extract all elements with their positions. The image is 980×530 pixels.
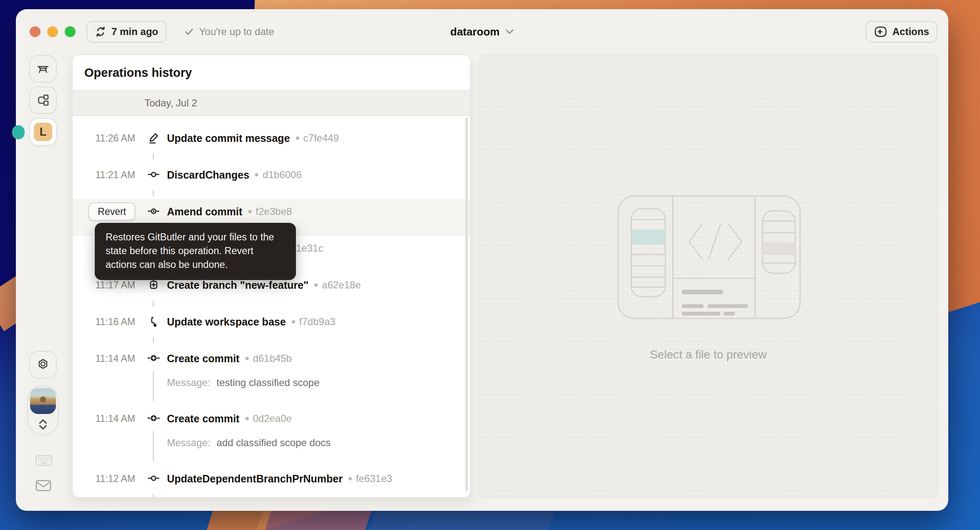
message-text: add classified scope docs xyxy=(217,437,331,448)
sidebar-item-workspace[interactable] xyxy=(29,55,57,83)
sparkle-actions-icon xyxy=(874,25,887,38)
create-commit-icon xyxy=(147,412,160,425)
up-to-date-status: You're up to date xyxy=(184,21,274,43)
operation-label: Create branch "new-feature" xyxy=(167,279,308,291)
update-workspace-icon xyxy=(147,315,160,328)
sync-status-button[interactable]: 7 min ago xyxy=(86,21,167,43)
operation-label: Create commit xyxy=(167,353,240,365)
bullet-separator xyxy=(245,357,249,360)
settings-button[interactable] xyxy=(29,351,57,379)
zoom-window-button[interactable] xyxy=(65,26,76,37)
chevron-updown-icon xyxy=(37,418,49,431)
operation-row[interactable]: 11:16 AM Update workspace base f7db9a3 xyxy=(73,309,470,346)
operation-label: Update commit message xyxy=(167,132,290,144)
message-text: testing classified scope xyxy=(217,377,320,388)
feedback-button[interactable] xyxy=(35,479,51,492)
keyboard-icon xyxy=(35,454,52,467)
gitbutler-window: 7 min ago You're up to date dataroom xyxy=(16,9,948,511)
timeline-connector xyxy=(73,491,470,498)
bullet-separator xyxy=(245,417,249,420)
operation-time: 11:12 AM xyxy=(73,473,135,485)
timeline-connector xyxy=(73,334,470,346)
gear-icon xyxy=(36,358,50,371)
timeline-connector xyxy=(73,187,470,199)
bullet-separator xyxy=(349,477,352,480)
timeline-connector xyxy=(153,371,154,401)
operation-label: Update workspace base xyxy=(167,316,286,328)
scrollbar[interactable] xyxy=(465,118,468,491)
sidebar-item-branches[interactable] xyxy=(29,86,57,114)
create-commit-icon xyxy=(147,352,160,365)
commit-message: Message: add classified scope docs xyxy=(73,431,470,466)
operation-hash: fe631e3 xyxy=(356,473,392,485)
operation-label: Amend commit xyxy=(167,206,242,218)
bullet-separator xyxy=(296,136,299,140)
operation-time: 11:16 AM xyxy=(73,316,135,328)
timeline-connector xyxy=(73,298,470,309)
panel-title: Operations history xyxy=(73,55,470,90)
sync-icon xyxy=(95,26,106,38)
commit-icon xyxy=(147,169,160,181)
operation-time: 11:26 AM xyxy=(73,133,135,144)
bullet-separator xyxy=(314,283,318,287)
status-text: You're up to date xyxy=(199,26,274,38)
operation-hash: d1b6006 xyxy=(263,169,301,181)
user-account-switcher[interactable] xyxy=(27,385,59,435)
preview-placeholder-illustration xyxy=(617,195,801,319)
operation-row[interactable]: 11:12 AM UpdateDependentBranchPrNumber f… xyxy=(73,466,470,498)
bullet-separator xyxy=(292,320,295,323)
project-switcher[interactable]: dataroom xyxy=(450,21,514,43)
operation-label: DiscardChanges xyxy=(167,169,249,181)
project-name: dataroom xyxy=(450,25,500,38)
amend-commit-icon xyxy=(147,205,160,218)
operations-history-panel: Operations history Today, Jul 2 11:26 AM… xyxy=(72,54,471,498)
operation-label: Create commit xyxy=(167,413,240,425)
branches-icon xyxy=(36,93,50,107)
preview-placeholder-text: Select a file to preview xyxy=(480,348,937,361)
operation-time: 11:14 AM xyxy=(73,353,135,364)
operation-hash: a62e18e xyxy=(322,279,361,291)
close-window-button[interactable] xyxy=(30,26,40,37)
bullet-separator xyxy=(248,210,252,213)
operation-hash: c7fe449 xyxy=(303,132,339,144)
commit-message: Message: testing classified scope xyxy=(73,371,470,406)
sync-time-label: 7 min ago xyxy=(111,26,158,38)
message-label: Message: xyxy=(167,437,210,448)
message-label: Message: xyxy=(167,377,210,388)
operation-time: 11:17 AM xyxy=(73,280,135,291)
timeline-connector xyxy=(73,151,470,162)
create-branch-icon xyxy=(147,279,160,291)
file-preview-panel: Select a file to preview xyxy=(479,54,938,498)
operation-hash: 0d2ea0e xyxy=(253,413,292,424)
sidebar-item-project[interactable]: L xyxy=(29,118,57,146)
operation-row[interactable]: 11:14 AM Create commit 0d2ea0e xyxy=(73,406,470,466)
operation-hash: 1e31c xyxy=(296,242,323,254)
commit-icon xyxy=(147,472,160,485)
date-group-header: Today, Jul 2 xyxy=(73,90,470,116)
bullet-separator xyxy=(255,173,258,177)
revert-tooltip: Restores GitButler and your files to the… xyxy=(95,223,296,280)
minimize-window-button[interactable] xyxy=(47,26,58,37)
timeline-connector xyxy=(153,431,154,461)
revert-button[interactable]: Revert xyxy=(88,202,135,221)
operation-hash: d61b45b xyxy=(253,353,292,364)
check-icon xyxy=(184,28,194,35)
mail-icon xyxy=(35,479,51,492)
operation-hash: f7db9a3 xyxy=(299,316,336,328)
operation-row[interactable]: 11:26 AM Update commit message c7fe449 xyxy=(73,126,470,162)
operation-time: 11:14 AM xyxy=(73,413,135,424)
chevron-down-icon xyxy=(505,29,514,35)
project-avatar: L xyxy=(34,123,52,141)
edit-message-icon xyxy=(147,132,160,144)
operation-row[interactable]: 11:14 AM Create commit d61b45b xyxy=(73,346,470,406)
actions-button[interactable]: Actions xyxy=(866,21,937,43)
desktop: 7 min ago You're up to date dataroom xyxy=(0,0,980,530)
active-project-indicator xyxy=(12,125,25,139)
operation-row[interactable]: 11:21 AM DiscardChanges d1b6006 xyxy=(73,162,470,199)
operation-label: UpdateDependentBranchPrNumber xyxy=(167,473,343,485)
window-controls xyxy=(30,26,76,37)
shortcuts-button[interactable] xyxy=(35,454,52,467)
user-avatar xyxy=(30,388,56,414)
operation-hash: f2e3be8 xyxy=(256,206,292,217)
operation-time: 11:21 AM xyxy=(73,169,135,181)
